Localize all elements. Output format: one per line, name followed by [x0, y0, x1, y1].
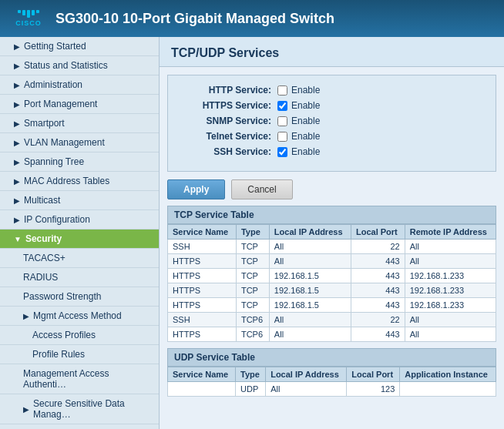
https-service-label: HTTPS Service:: [177, 100, 277, 111]
sidebar-item-mgmt-access-method[interactable]: ▶ Mgmt Access Method: [0, 307, 159, 326]
cell-remote-ip: 192.168.1.233: [405, 269, 496, 283]
cell-local-port: 443: [351, 283, 405, 298]
snmp-service-label: SNMP Service:: [177, 116, 277, 126]
cell-type: TCP: [236, 269, 269, 283]
col-service-name: Service Name: [168, 225, 237, 240]
cell-local-ip: All: [269, 327, 351, 342]
snmp-service-checkbox[interactable]: [277, 116, 287, 126]
col-type: Type: [236, 225, 269, 240]
col-local-ip: Local IP Address: [269, 225, 351, 240]
sidebar-item-vlan-management[interactable]: ▶ VLAN Management: [0, 133, 159, 152]
cell-service-name: HTTPS: [168, 269, 237, 283]
tcp-service-table-section: TCP Service Table Service Name Type Loca…: [167, 206, 496, 342]
cell-local-ip: All: [269, 313, 351, 327]
https-service-checkbox[interactable]: [277, 101, 287, 111]
content-title: TCP/UDP Services: [160, 37, 504, 67]
udp-service-table-section: UDP Service Table Service Name Type Loca…: [167, 348, 496, 397]
col-app-instance: Application Instance: [400, 367, 496, 382]
sidebar-item-tacacs[interactable]: TACACS+: [0, 249, 159, 268]
apply-button[interactable]: Apply: [167, 179, 225, 199]
cell-app-instance: [400, 382, 496, 397]
col-type: Type: [236, 367, 266, 382]
sidebar-item-mgmt-access-authenti[interactable]: Management Access Authenti…: [0, 364, 159, 394]
udp-service-table: Service Name Type Local IP Address Local…: [167, 367, 496, 397]
cell-local-ip: 192.168.1.5: [269, 269, 351, 283]
cell-local-port: 443: [351, 254, 405, 269]
arrow-icon: ▼: [14, 235, 22, 243]
sidebar-item-getting-started[interactable]: ▶ Getting Started: [0, 37, 159, 56]
table-row: HTTPS TCP 192.168.1.5 443 192.168.1.233: [168, 298, 496, 313]
http-service-checkbox[interactable]: [277, 85, 287, 96]
cell-local-ip: All: [266, 382, 347, 397]
cell-type: TCP: [236, 254, 269, 269]
http-service-label: HTTP Service:: [177, 85, 277, 96]
cell-remote-ip: All: [405, 327, 496, 342]
arrow-icon: ▶: [14, 119, 20, 128]
sidebar-item-access-profiles[interactable]: Access Profiles: [0, 326, 159, 345]
sidebar-item-status-statistics[interactable]: ▶ Status and Statistics: [0, 56, 159, 75]
arrow-icon: ▶: [23, 312, 29, 320]
arrow-icon: ▶: [14, 158, 20, 166]
sidebar: ▶ Getting Started ▶ Status and Statistic…: [0, 37, 160, 429]
cell-service-name: SSH: [168, 240, 237, 254]
ssh-service-label: SSH Service:: [177, 146, 277, 157]
cell-local-ip: 192.168.1.5: [269, 298, 351, 313]
sidebar-item-smartport[interactable]: ▶ Smartport: [0, 114, 159, 133]
sidebar-item-password-strength[interactable]: Password Strength: [0, 287, 159, 307]
cell-local-port: 443: [351, 269, 405, 283]
sidebar-item-mac-address-tables[interactable]: ▶ MAC Address Tables: [0, 172, 159, 191]
cell-type: TCP6: [236, 313, 269, 327]
arrow-icon: ▶: [14, 100, 20, 109]
table-row: HTTPS TCP 192.168.1.5 443 192.168.1.233: [168, 269, 496, 283]
arrow-icon: ▶: [14, 196, 20, 205]
telnet-service-checkbox[interactable]: [277, 132, 287, 142]
sidebar-item-port-management[interactable]: ▶ Port Management: [0, 95, 159, 114]
cell-remote-ip: 192.168.1.233: [405, 283, 496, 298]
telnet-service-label: Telnet Service:: [177, 131, 277, 142]
ssh-service-row: SSH Service: Enable: [177, 146, 486, 157]
cell-service-name: [168, 382, 236, 397]
cell-service-name: HTTPS: [168, 254, 237, 269]
https-service-enable: Enable: [291, 100, 320, 111]
table-row: SSH TCP6 All 22 All: [168, 313, 496, 327]
cell-local-port: 22: [351, 313, 405, 327]
col-local-ip: Local IP Address: [266, 367, 347, 382]
sidebar-item-administration[interactable]: ▶ Administration: [0, 75, 159, 95]
sidebar-item-profile-rules[interactable]: Profile Rules: [0, 345, 159, 364]
arrow-icon: ▶: [14, 216, 20, 224]
sidebar-item-ip-configuration[interactable]: ▶ IP Configuration: [0, 210, 159, 230]
col-local-port: Local Port: [351, 225, 405, 240]
table-row: HTTPS TCP All 443 All: [168, 254, 496, 269]
ssh-service-enable: Enable: [291, 146, 320, 157]
cell-type: TCP: [236, 283, 269, 298]
snmp-service-enable: Enable: [291, 116, 320, 126]
cell-local-port: 123: [347, 382, 400, 397]
cell-local-ip: 192.168.1.5: [269, 283, 351, 298]
col-remote-ip: Remote IP Address: [405, 225, 496, 240]
cell-type: TCP: [236, 240, 269, 254]
content-area: TCP/UDP Services HTTP Service: Enable HT…: [160, 37, 504, 429]
app-header: CISCO SG300-10 10-Port Gigabit Managed S…: [0, 0, 504, 37]
sidebar-item-spanning-tree[interactable]: ▶ Spanning Tree: [0, 152, 159, 172]
arrow-icon: ▶: [14, 81, 20, 89]
sidebar-item-security[interactable]: ▼ Security: [0, 230, 159, 249]
cell-local-port: 443: [351, 298, 405, 313]
arrow-icon: ▶: [14, 139, 20, 147]
http-service-row: HTTP Service: Enable: [177, 85, 486, 96]
cisco-logo: CISCO: [9, 6, 48, 31]
arrow-icon: ▶: [14, 62, 20, 70]
sidebar-item-secure-sensitive[interactable]: ▶ Secure Sensitive Data Manag…: [0, 394, 159, 424]
sidebar-item-radius[interactable]: RADIUS: [0, 268, 159, 287]
telnet-service-row: Telnet Service: Enable: [177, 131, 486, 142]
cell-service-name: SSH: [168, 313, 237, 327]
sidebar-item-properties[interactable]: Properties: [0, 424, 159, 429]
col-service-name: Service Name: [168, 367, 236, 382]
col-local-port: Local Port: [347, 367, 400, 382]
sidebar-item-multicast[interactable]: ▶ Multicast: [0, 191, 159, 210]
ssh-service-checkbox[interactable]: [277, 147, 287, 157]
udp-table-title: UDP Service Table: [167, 348, 496, 367]
tcp-table-title: TCP Service Table: [167, 206, 496, 224]
cancel-button[interactable]: Cancel: [231, 179, 292, 199]
cell-service-name: HTTPS: [168, 327, 237, 342]
services-form: HTTP Service: Enable HTTPS Service: Enab…: [167, 75, 496, 172]
